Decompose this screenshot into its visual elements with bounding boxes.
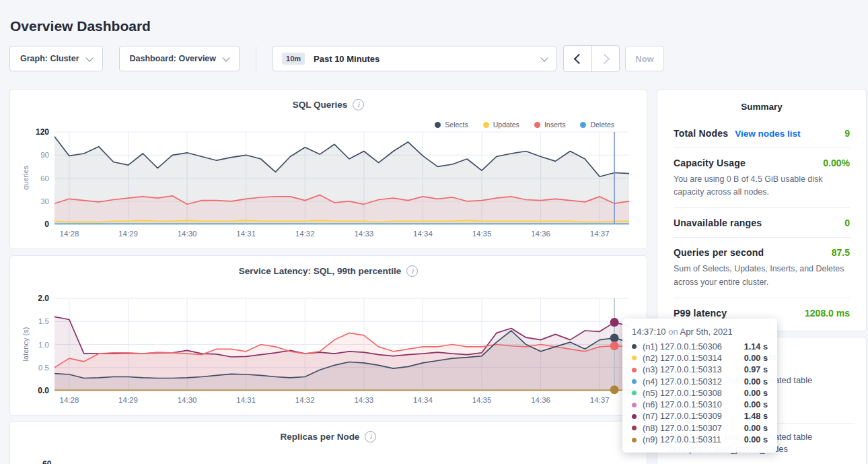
svg-text:120: 120	[36, 127, 49, 137]
capacity-usage-value: 0.00%	[823, 158, 850, 168]
svg-text:90: 90	[40, 151, 49, 159]
node-color-dot	[632, 344, 637, 349]
p99-latency-value: 1208.0 ms	[805, 308, 850, 319]
replicas-per-node-title: Replicas per Node	[281, 432, 360, 442]
node-latency-value: 0.00 s	[744, 389, 768, 398]
node-color-dot	[632, 379, 637, 384]
time-range-picker[interactable]: 10m Past 10 Minutes	[273, 46, 556, 71]
replicas-per-node-panel: Replicas per Node i 60	[9, 421, 647, 464]
sql-queries-plot[interactable]: 14:2814:2914:3014:3114:3214:3314:3414:35…	[20, 127, 639, 243]
total-nodes-label: Total Nodes	[674, 128, 728, 139]
graph-dropdown-label: Graph: Cluster	[20, 54, 79, 63]
tooltip-node-row: (n6) 127.0.0.1:503100.00 s	[632, 399, 768, 410]
svg-text:60: 60	[40, 174, 49, 183]
tooltip-node-row: (n2) 127.0.0.1:503140.00 s	[632, 352, 768, 364]
dashboard-dropdown-label: Dashboard: Overview	[130, 54, 217, 63]
svg-text:14:33: 14:33	[354, 396, 373, 404]
svg-text:0: 0	[44, 220, 49, 229]
toolbar-divider	[256, 46, 256, 71]
view-nodes-list-link[interactable]: View nodes list	[735, 129, 800, 139]
node-color-dot	[632, 414, 637, 419]
node-color-dot	[632, 403, 637, 407]
node-latency-value: 0.00 s	[744, 354, 768, 363]
page-title: Overview Dashboard	[10, 18, 151, 34]
tooltip-timestamp: 14:37:10 on Apr 5th, 2021	[632, 327, 768, 337]
info-icon[interactable]: i	[406, 265, 418, 277]
tooltip-node-row: (n7) 127.0.0.1:503091.48 s	[632, 411, 768, 422]
node-address: (n5) 127.0.0.1:50308	[643, 389, 744, 398]
service-latency-chart[interactable]: latency (s) 14:2814:2914:3014:3114:3214:…	[20, 294, 639, 409]
node-latency-value: 1.14 s	[744, 342, 768, 352]
node-address: (n2) 127.0.0.1:50314	[643, 354, 744, 363]
node-address: (n4) 127.0.0.1:50312	[643, 377, 744, 387]
summary-title: Summary	[674, 102, 850, 112]
node-color-dot	[632, 426, 637, 430]
svg-text:14:33: 14:33	[354, 230, 373, 238]
node-latency-value: 0.00 s	[744, 424, 768, 433]
graph-dropdown[interactable]: Graph: Cluster	[9, 46, 103, 71]
chevron-down-icon	[222, 54, 229, 61]
node-address: (n3) 127.0.0.1:50313	[643, 365, 744, 374]
svg-text:14:36: 14:36	[531, 230, 550, 238]
dashboard-dropdown[interactable]: Dashboard: Overview	[119, 46, 240, 71]
time-range-label: Past 10 Minutes	[314, 54, 379, 64]
unavailable-ranges-row: Unavailable ranges 0	[674, 207, 850, 237]
total-nodes-value: 9	[844, 128, 850, 139]
tooltip-node-row: (n4) 127.0.0.1:503120.00 s	[632, 376, 768, 387]
capacity-usage-description: You are using 0 B of 4.5 GiB usable disk…	[674, 173, 850, 199]
toolbar: Graph: Cluster Dashboard: Overview 10m P…	[9, 46, 664, 71]
capacity-usage-label: Capacity Usage	[674, 158, 746, 168]
svg-text:14:35: 14:35	[472, 396, 492, 404]
capacity-usage-row: Capacity Usage 0.00% You are using 0 B o…	[674, 147, 850, 207]
unavailable-ranges-label: Unavailable ranges	[674, 218, 762, 228]
svg-text:14:34: 14:34	[413, 396, 433, 404]
node-latency-value: 1.48 s	[744, 411, 768, 421]
queries-per-second-label: Queries per second	[674, 247, 764, 258]
summary-panel: Summary Total Nodes View nodes list 9 Ca…	[657, 89, 867, 331]
node-color-dot	[632, 356, 637, 360]
service-latency-panel: Service Latency: SQL, 99th percentile i …	[9, 255, 647, 416]
chevron-down-icon	[85, 54, 93, 61]
svg-text:1.0: 1.0	[38, 341, 49, 349]
info-icon[interactable]: i	[365, 431, 376, 442]
queries-per-second-row: Queries per second 87.5 Sum of Selects, …	[674, 237, 850, 297]
chevron-right-icon	[599, 53, 610, 64]
prev-time-button[interactable]	[564, 46, 591, 71]
svg-text:14:30: 14:30	[178, 396, 197, 404]
tooltip-node-row: (n1) 127.0.0.1:503061.14 s	[632, 341, 768, 352]
queries-per-second-value: 87.5	[832, 247, 850, 258]
next-time-button[interactable]	[591, 46, 619, 71]
chart-hover-tooltip: 14:37:10 on Apr 5th, 2021 (n1) 127.0.0.1…	[622, 319, 777, 453]
now-button[interactable]: Now	[625, 46, 664, 71]
node-address: (n6) 127.0.0.1:50310	[643, 400, 744, 409]
service-latency-title: Service Latency: SQL, 99th percentile	[239, 266, 402, 276]
svg-text:14:32: 14:32	[295, 230, 315, 238]
svg-text:30: 30	[40, 197, 49, 205]
queries-per-second-description: Sum of Selects, Updates, Inserts, and De…	[674, 263, 850, 288]
svg-text:14:30: 14:30	[178, 230, 197, 238]
node-color-dot	[632, 438, 637, 442]
node-latency-value: 0.00 s	[744, 435, 768, 444]
svg-text:14:28: 14:28	[60, 396, 79, 404]
sql-queries-panel: SQL Queries i SelectsUpdatesInsertsDelet…	[9, 89, 647, 249]
svg-text:14:29: 14:29	[118, 230, 138, 238]
y-axis-unit-label: latency (s)	[22, 304, 31, 385]
info-icon[interactable]: i	[353, 99, 364, 110]
time-range-badge: 10m	[282, 53, 305, 65]
svg-text:14:29: 14:29	[118, 396, 138, 404]
svg-text:14:37: 14:37	[590, 230, 610, 238]
node-latency-value: 0.00 s	[744, 377, 768, 387]
svg-text:14:35: 14:35	[472, 230, 492, 238]
node-address: (n8) 127.0.0.1:50307	[643, 424, 744, 433]
node-color-dot	[632, 391, 637, 395]
y-axis-unit-label: queries	[22, 137, 31, 218]
sql-queries-chart[interactable]: queries 14:2814:2914:3014:3114:3214:3314…	[20, 127, 639, 243]
svg-text:14:34: 14:34	[413, 230, 433, 238]
svg-text:0.0: 0.0	[38, 386, 49, 395]
chevron-left-icon	[574, 53, 585, 64]
tooltip-node-row: (n8) 127.0.0.1:503070.00 s	[632, 422, 768, 434]
node-address: (n9) 127.0.0.1:50311	[643, 435, 744, 444]
service-latency-plot[interactable]: 14:2814:2914:3014:3114:3214:3314:3414:35…	[20, 294, 639, 409]
node-address: (n1) 127.0.0.1:50306	[643, 342, 744, 352]
chevron-down-icon	[540, 54, 548, 61]
